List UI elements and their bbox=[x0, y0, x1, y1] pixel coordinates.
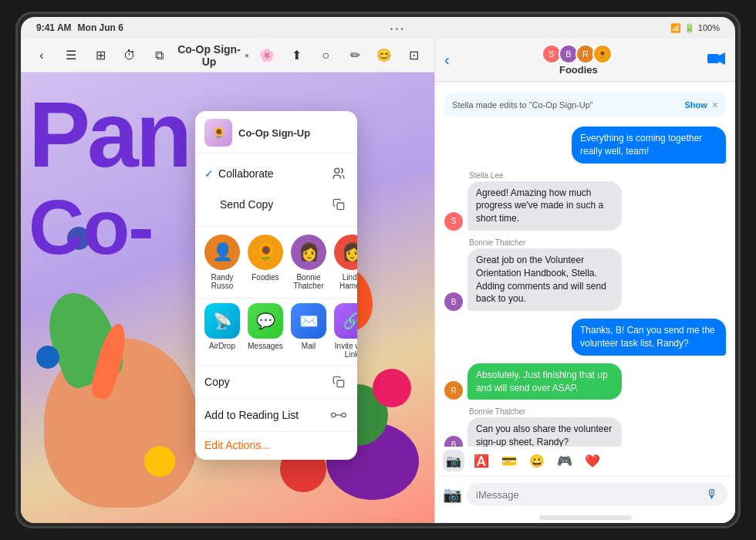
edit-notification: Stella made edits to "Co-Op Sign-Up" Sho… bbox=[444, 93, 726, 117]
message-2-wrap: S Agreed! Amazing how much progress we'v… bbox=[444, 181, 622, 231]
illustration-blue-dot bbox=[36, 346, 59, 369]
message-5-avatar: R bbox=[444, 381, 463, 400]
message-3-wrap: B Great job on the Volunteer Orientation… bbox=[444, 248, 622, 311]
message-5: R Absolutely. Just finishing that up and… bbox=[444, 363, 726, 400]
pages-sidebar-button[interactable]: ☰ bbox=[59, 44, 83, 67]
mail-label: Mail bbox=[302, 342, 316, 350]
input-field-wrap[interactable]: 🎙 bbox=[467, 483, 727, 506]
pages-table-button[interactable]: ⊞ bbox=[89, 44, 112, 67]
reading-list-label: Add to Reading List bbox=[204, 409, 299, 421]
avatar-foodies-circle: 🌻 bbox=[248, 235, 283, 270]
pages-doc-title: Co-Op Sign-Up ● bbox=[177, 43, 249, 68]
illustration-yellow-blob bbox=[144, 446, 175, 477]
message-2-sender: Stella Lee bbox=[444, 171, 503, 180]
wifi-icon: 📶 bbox=[670, 23, 681, 33]
message-1-wrap: Everything is coming together really wel… bbox=[572, 127, 726, 164]
airdrop-item[interactable]: 📡 AirDrop bbox=[204, 303, 240, 359]
airdrop-icon: 📡 bbox=[204, 303, 240, 339]
message-6-sender: Bonnie Thatcher bbox=[444, 407, 525, 416]
mail-icon: ✉️ bbox=[291, 303, 326, 339]
message-3-bubble: Great job on the Volunteer Orientation H… bbox=[467, 248, 622, 311]
pages-doc-badge: ● bbox=[245, 51, 249, 59]
avatar-bonnie-circle: 👩 bbox=[291, 235, 326, 270]
cash-button[interactable]: 💳 bbox=[498, 450, 520, 471]
copy-icon bbox=[329, 373, 348, 391]
svg-rect-1 bbox=[337, 203, 344, 210]
extra-button-2[interactable]: ❤️ bbox=[582, 450, 603, 471]
svg-rect-2 bbox=[337, 380, 344, 387]
avatar-bonnie[interactable]: 👩 BonnieThatcher bbox=[291, 235, 326, 290]
reading-list-option[interactable]: Add to Reading List bbox=[195, 398, 357, 431]
avatar-foodies[interactable]: 🌻 Foodies bbox=[248, 235, 283, 290]
avatar-randy[interactable]: 👤 RandyRusso bbox=[204, 235, 240, 290]
input-apps-row: 📷 🅰️ 💳 😀 🎮 ❤️ bbox=[435, 447, 735, 476]
memoji-button[interactable]: 😀 bbox=[526, 450, 548, 471]
share-popover: 🌻 Co-Op Sign-Up ✓ Collaborate bbox=[195, 111, 357, 460]
message-3-sender: Bonnie Thatcher bbox=[444, 238, 525, 247]
avatar-randy-label: RandyRusso bbox=[211, 273, 234, 290]
pages-emoji-button[interactable]: 😊 bbox=[373, 44, 396, 67]
pages-toolbar: ‹ ☰ ⊞ ⏱ ⧉ Co-Op Sign-Up ● 🌸 ⬆ ○ ✏ 😊 ⊡ bbox=[21, 39, 434, 73]
send-copy-option[interactable]: Send Copy bbox=[204, 189, 348, 220]
pages-pen-button[interactable]: ✏ bbox=[343, 44, 366, 67]
battery-icon: 🔋 bbox=[684, 23, 695, 33]
notification-show-button[interactable]: Show bbox=[684, 100, 707, 110]
message-6-avatar: B bbox=[444, 436, 463, 447]
avatar-foodies-label: Foodies bbox=[251, 273, 279, 282]
mail-item[interactable]: ✉️ Mail bbox=[291, 303, 326, 359]
extra-button-1[interactable]: 🎮 bbox=[554, 450, 575, 471]
device-screen: 9:41 AM Mon Jun 6 • • • 📶 🔋 100% ‹ ☰ bbox=[21, 17, 735, 523]
avatars-row: 👤 RandyRusso 🌻 Foodies 👩 BonnieThatcher bbox=[195, 228, 357, 296]
messages-list: Stella made edits to "Co-Op Sign-Up" Sho… bbox=[435, 82, 735, 447]
message-3: Bonnie Thatcher B Great job on the Volun… bbox=[444, 238, 726, 311]
svg-point-0 bbox=[335, 168, 339, 173]
pages-upload-button[interactable]: ⬆ bbox=[285, 44, 308, 67]
messages-pane: ‹ S B R 🌻 Foodies bbox=[435, 39, 735, 523]
status-dots: • • • bbox=[390, 24, 404, 33]
popover-doc-title: Co-Op Sign-Up bbox=[238, 127, 310, 139]
pages-copy-button[interactable]: ⧉ bbox=[147, 44, 170, 67]
messages-back-button[interactable]: ‹ bbox=[444, 51, 450, 69]
device-frame: 9:41 AM Mon Jun 6 • • • 📶 🔋 100% ‹ ☰ bbox=[15, 12, 741, 528]
split-view: ‹ ☰ ⊞ ⏱ ⧉ Co-Op Sign-Up ● 🌸 ⬆ ○ ✏ 😊 ⊡ bbox=[21, 39, 735, 523]
message-4-wrap: Thanks, B! Can you send me the volunteer… bbox=[572, 319, 726, 356]
audio-button[interactable]: 🎙 bbox=[706, 488, 718, 501]
camera-button[interactable]: 📷 bbox=[443, 485, 462, 504]
popover-header: 🌻 Co-Op Sign-Up bbox=[195, 111, 357, 154]
message-6-wrap: B Can you also share the volunteer sign-… bbox=[444, 417, 622, 447]
collaborate-option[interactable]: ✓ Collaborate bbox=[204, 158, 348, 189]
pages-more-button[interactable]: ⊡ bbox=[402, 44, 425, 67]
reading-list-icon bbox=[329, 406, 348, 424]
group-avatar-4: 🌻 bbox=[592, 44, 613, 64]
collaborate-checkmark: ✓ bbox=[204, 167, 214, 180]
messages-group-name: Foodies bbox=[559, 64, 598, 76]
notification-close-button[interactable]: × bbox=[712, 99, 718, 111]
message-5-bubble: Absolutely. Just finishing that up and w… bbox=[467, 363, 622, 400]
copy-option[interactable]: Copy bbox=[195, 365, 357, 398]
pages-circle-button[interactable]: ○ bbox=[314, 44, 337, 67]
app-icons-row: 📡 AirDrop 💬 Messages ✉️ Mail bbox=[195, 300, 357, 365]
invite-link-label: Invite with Link bbox=[334, 342, 357, 359]
popover-doc-icon: 🌻 bbox=[204, 119, 232, 147]
pages-back-button[interactable]: ‹ bbox=[30, 44, 53, 67]
invite-link-item[interactable]: 🔗 Invite with Link bbox=[334, 303, 357, 359]
pages-flower-button[interactable]: 🌸 bbox=[255, 44, 278, 67]
appstore-button[interactable]: 🅰️ bbox=[471, 450, 492, 471]
notification-text: Stella made edits to "Co-Op Sign-Up" bbox=[452, 100, 684, 110]
svg-rect-6 bbox=[707, 54, 719, 63]
pages-big-text-co: Co- bbox=[29, 188, 153, 265]
messages-video-button[interactable] bbox=[707, 51, 726, 69]
status-bar: 9:41 AM Mon Jun 6 • • • 📶 🔋 100% bbox=[21, 17, 735, 39]
collaborate-icon bbox=[329, 164, 348, 183]
edit-actions-button[interactable]: Edit Actions... bbox=[204, 439, 270, 451]
illustration-pink-blob bbox=[373, 369, 411, 407]
messages-item[interactable]: 💬 Messages bbox=[248, 303, 283, 359]
status-right: 📶 🔋 100% bbox=[670, 23, 720, 33]
message-6: Bonnie Thatcher B Can you also share the… bbox=[444, 407, 726, 447]
message-4: Thanks, B! Can you send me the volunteer… bbox=[444, 319, 726, 356]
messages-toolbar: ‹ S B R 🌻 Foodies bbox=[435, 39, 735, 82]
camera-quick-button[interactable]: 📷 bbox=[443, 450, 464, 471]
avatar-linda[interactable]: 👩 LindaHamed bbox=[334, 235, 357, 290]
pages-time-button[interactable]: ⏱ bbox=[118, 44, 141, 67]
message-input[interactable] bbox=[476, 489, 706, 501]
